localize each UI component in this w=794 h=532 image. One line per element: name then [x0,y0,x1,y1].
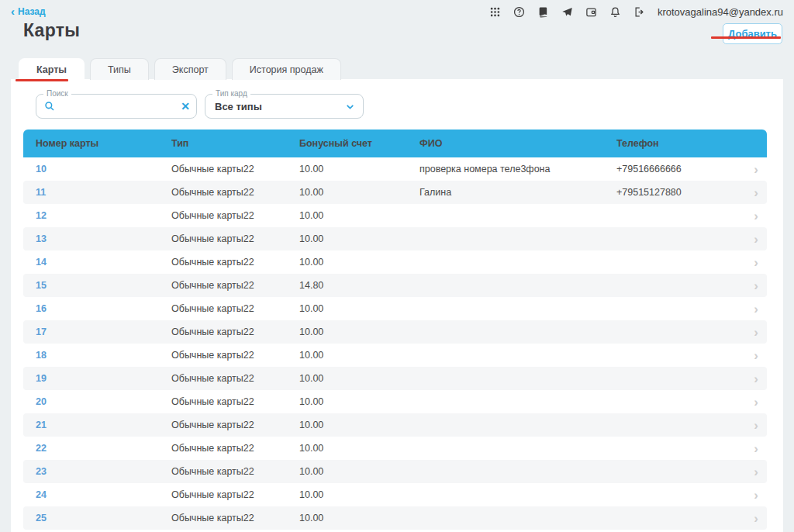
table-row[interactable]: 21Обычные карты2210.00› [23,413,767,437]
search-icon [44,101,55,112]
table-row[interactable]: 13Обычные карты2210.00› [23,227,767,250]
cell-card-number[interactable]: 24 [36,489,171,500]
chevron-right-icon[interactable]: › [745,512,767,525]
card-type-label: Тип кард [212,89,250,98]
column-header-type: Тип [171,138,299,149]
search-input[interactable] [60,101,181,112]
apps-grid-icon[interactable] [489,5,502,18]
column-header-bonus: Бонусный счет [299,138,419,149]
annotation-underline-add-button [711,36,781,39]
card-type-select[interactable]: Тип кард Все типы [205,94,364,119]
cell-bonus: 10.00 [299,326,419,337]
cell-bonus: 10.00 [299,257,419,268]
cell-card-number[interactable]: 10 [36,164,171,174]
chevron-right-icon[interactable]: › [745,489,767,502]
cell-card-number[interactable]: 16 [36,303,171,314]
table-row[interactable]: 17Обычные карты2210.00› [23,320,767,344]
cell-card-number[interactable]: 23 [36,466,171,477]
column-header-card-number: Номер карты [36,138,171,149]
cell-bonus: 10.00 [299,233,419,244]
tab-sales-history[interactable]: История продаж [232,58,341,80]
tab-cards[interactable]: Карты [19,58,85,80]
chevron-right-icon[interactable]: › [745,302,767,316]
chevron-right-icon[interactable]: › [745,186,767,199]
chevron-right-icon[interactable]: › [745,465,767,478]
cell-card-number[interactable]: 11 [36,187,171,198]
chevron-right-icon[interactable]: › [745,163,767,176]
table-row[interactable]: 23Обычные карты2210.00› [23,460,767,483]
cell-card-number[interactable]: 25 [36,513,171,523]
chevron-right-icon[interactable]: › [745,396,767,409]
cell-card-number[interactable]: 19 [36,373,171,384]
cell-card-number[interactable]: 13 [36,233,171,244]
cell-name: проверка номера теле3фона [419,164,616,174]
cell-bonus: 10.00 [299,164,419,174]
cell-bonus: 14.80 [299,280,419,291]
cell-phone: +79516666666 [616,164,745,174]
cell-bonus: 10.00 [299,210,419,221]
filters: Поиск ✕ Тип кард Все типы [11,79,783,130]
search-field[interactable]: Поиск ✕ [36,94,197,119]
send-icon[interactable] [561,5,574,18]
table-row[interactable]: 14Обычные карты2210.00› [23,250,767,274]
cell-card-number[interactable]: 12 [36,210,171,221]
table-row[interactable]: 22Обычные карты2210.00› [23,437,767,460]
cell-bonus: 10.00 [299,466,419,477]
cell-type: Обычные карты22 [171,326,299,337]
cell-card-number[interactable]: 18 [36,350,171,361]
chevron-right-icon[interactable]: › [745,233,767,246]
cards-table: Номер карты Тип Бонусный счет ФИО Телефо… [23,130,767,530]
tab-export[interactable]: Экспорт [154,58,226,80]
table-row[interactable]: 25Обычные карты2210.00› [23,506,767,530]
cell-card-number[interactable]: 15 [36,280,171,291]
cell-card-number[interactable]: 14 [36,257,171,268]
back-link[interactable]: ‹ Назад [11,6,46,17]
cell-type: Обычные карты22 [171,489,299,500]
table-row[interactable]: 15Обычные карты2214.80› [23,274,767,297]
cell-card-number[interactable]: 22 [36,443,171,454]
chevron-right-icon[interactable]: › [745,372,767,385]
cell-card-number[interactable]: 20 [36,396,171,407]
help-icon[interactable] [513,5,526,18]
cell-bonus: 10.00 [299,420,419,430]
wallet-icon[interactable] [585,5,598,18]
cell-type: Обычные карты22 [171,187,299,198]
cell-type: Обычные карты22 [171,396,299,407]
table-row[interactable]: 11Обычные карты2210.00Галина+79515127880… [23,181,767,204]
book-icon[interactable] [537,5,550,18]
bell-icon[interactable] [609,5,622,18]
cell-type: Обычные карты22 [171,303,299,314]
table-row[interactable]: 16Обычные карты2210.00› [23,297,767,320]
cell-card-number[interactable]: 17 [36,326,171,337]
cell-type: Обычные карты22 [171,513,299,523]
cell-bonus: 10.00 [299,489,419,500]
table-row[interactable]: 18Обычные карты2210.00› [23,344,767,367]
chevron-right-icon[interactable]: › [745,326,767,339]
chevron-right-icon[interactable]: › [745,349,767,362]
chevron-down-icon [345,102,355,112]
tab-types[interactable]: Типы [90,58,149,80]
table-row[interactable]: 20Обычные карты2210.00› [23,390,767,413]
search-field-label: Поиск [43,89,71,98]
chevron-right-icon[interactable]: › [745,279,767,292]
table-header: Номер карты Тип Бонусный счет ФИО Телефо… [23,130,767,157]
logout-icon[interactable] [633,5,646,18]
chevron-right-icon[interactable]: › [745,256,767,269]
table-row[interactable]: 12Обычные карты2210.00› [23,204,767,227]
cell-bonus: 10.00 [299,513,419,523]
table-row[interactable]: 24Обычные карты2210.00› [23,483,767,506]
cell-bonus: 10.00 [299,443,419,454]
add-button[interactable]: Добавить [723,23,782,44]
column-header-phone: Телефон [616,138,745,149]
chevron-right-icon[interactable]: › [745,442,767,455]
table-row[interactable]: 10Обычные карты2210.00проверка номера те… [23,157,767,181]
chevron-right-icon[interactable]: › [745,419,767,432]
chevron-right-icon[interactable]: › [745,209,767,223]
page-title: Карты [23,20,80,41]
content-panel: Поиск ✕ Тип кард Все типы Номер карты Ти… [11,79,783,532]
cell-type: Обычные карты22 [171,280,299,291]
table-row[interactable]: 19Обычные карты2210.00› [23,367,767,390]
cell-type: Обычные карты22 [171,210,299,221]
clear-search-icon[interactable]: ✕ [181,101,190,112]
cell-card-number[interactable]: 21 [36,420,171,430]
